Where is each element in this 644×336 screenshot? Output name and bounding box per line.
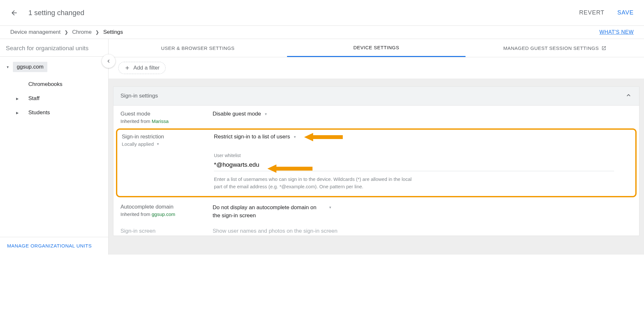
sidebar-collapse-button[interactable] [102, 54, 115, 68]
revert-button[interactable]: REVERT [579, 9, 605, 16]
setting-signin-screen: Sign-in screen Show user names and photo… [113, 223, 639, 236]
filter-row: Add a filter [109, 57, 644, 79]
search-ou-input[interactable]: Search for organizational units [0, 39, 108, 57]
svg-marker-1 [267, 164, 312, 173]
settings-area: Sign-in settings Guest mode Inherited fr… [109, 79, 644, 255]
chevron-up-icon[interactable] [625, 92, 632, 100]
tab-user-browser[interactable]: USER & BROWSER SETTINGS [109, 39, 287, 57]
add-filter-chip[interactable]: Add a filter [118, 62, 166, 74]
add-filter-label: Add a filter [133, 65, 159, 71]
highlight-signin-restriction: Sign-in restriction Locally applied ▼ Re… [116, 128, 637, 197]
tab-label: USER & BROWSER SETTINGS [161, 45, 235, 51]
setting-name: Sign-in restriction [122, 134, 204, 140]
signin-screen-dropdown[interactable]: Show user names and photos on the sign-i… [213, 228, 337, 234]
chevron-right-icon: ❯ [95, 30, 99, 35]
setting-inherit: Inherited from ggsup.com [120, 211, 203, 217]
guest-mode-dropdown[interactable]: Disable guest mode ▼ [213, 111, 267, 117]
dropdown-text: Show user names and photos on the sign-i… [213, 228, 337, 234]
whitelist-label: User whitelist [214, 153, 631, 158]
breadcrumb-chrome[interactable]: Chrome [72, 29, 91, 35]
setting-left: Sign-in screen [120, 228, 203, 236]
caret-down-icon: ▼ [293, 135, 296, 139]
caret-down-icon: ▼ [264, 112, 267, 116]
caret-right-icon: ▶ [15, 111, 19, 115]
tab-managed-guest[interactable]: MANAGED GUEST SESSION SETTINGS [466, 39, 644, 57]
chevron-left-icon [105, 58, 112, 64]
topbar-title: 1 setting changed [28, 9, 579, 17]
tab-label: MANAGED GUEST SESSION SETTINGS [503, 45, 599, 51]
caret-down-icon: ▼ [6, 65, 10, 69]
setting-left: Sign-in restriction Locally applied ▼ [122, 134, 204, 190]
setting-name: Autocomplete domain [120, 204, 203, 210]
back-arrow-icon[interactable] [10, 9, 18, 17]
locally-applied[interactable]: Locally applied ▼ [122, 141, 159, 147]
ou-tree: ▼ ggsup.com Chromebooks ▶ Staff ▶ Studen… [0, 57, 108, 237]
dropdown-text: Do not display an autocomplete domain on… [213, 204, 325, 219]
setting-inherit: Inherited from Marissa [120, 118, 203, 124]
setting-right: Restrict sign-in to a list of users ▼ Us… [214, 134, 631, 190]
ou-label: Staff [28, 95, 40, 102]
topbar-actions: REVERT SAVE [579, 9, 634, 16]
inherit-prefix: Inherited from [120, 118, 152, 124]
ou-label: Chromebooks [28, 81, 62, 88]
save-button[interactable]: SAVE [617, 9, 634, 16]
content: USER & BROWSER SETTINGS DEVICE SETTINGS … [109, 39, 644, 255]
caret-right-icon: ▶ [15, 97, 19, 100]
setting-autocomplete-domain: Autocomplete domain Inherited from ggsup… [113, 199, 639, 223]
ou-root[interactable]: ▼ ggsup.com [0, 59, 108, 75]
breadcrumb: Device management ❯ Chrome ❯ Settings [10, 29, 123, 35]
manage-ou-link[interactable]: MANAGE ORGANIZATIONAL UNITS [7, 243, 92, 248]
setting-left: Autocomplete domain Inherited from ggsup… [120, 204, 203, 219]
ou-label: Students [28, 109, 50, 116]
sidebar: Search for organizational units ▼ ggsup.… [0, 39, 109, 255]
caret-down-icon: ▼ [156, 142, 159, 146]
chevron-right-icon: ❯ [64, 30, 68, 35]
open-external-icon [601, 46, 606, 51]
setting-right: Do not display an autocomplete domain on… [213, 204, 632, 219]
annotation-arrow-icon [267, 163, 312, 174]
inherit-link[interactable]: Marissa [152, 118, 169, 124]
section-title: Sign-in settings [120, 93, 158, 99]
breadcrumb-device-mgmt[interactable]: Device management [10, 29, 61, 35]
inherit-link[interactable]: ggsup.com [152, 211, 175, 217]
setting-left: Guest mode Inherited from Marissa [120, 111, 203, 124]
ou-item-students[interactable]: ▶ Students [0, 107, 108, 118]
tabs: USER & BROWSER SETTINGS DEVICE SETTINGS … [109, 39, 644, 57]
section-header[interactable]: Sign-in settings [113, 87, 639, 106]
plus-icon [124, 65, 130, 71]
locally-applied-text: Locally applied [122, 141, 154, 147]
autocomplete-dropdown[interactable]: Do not display an autocomplete domain on… [213, 204, 632, 219]
main: Search for organizational units ▼ ggsup.… [0, 39, 644, 255]
breadcrumb-current: Settings [103, 29, 123, 35]
ou-item-staff[interactable]: ▶ Staff [0, 93, 108, 104]
svg-marker-0 [304, 133, 343, 141]
whitelist-help: Enter a list of usernames who can sign i… [214, 176, 420, 190]
whats-new-link[interactable]: WHAT'S NEW [600, 29, 634, 35]
tab-label: DEVICE SETTINGS [353, 45, 399, 50]
signin-restriction-dropdown[interactable]: Restrict sign-in to a list of users ▼ [214, 134, 296, 140]
dropdown-text: Restrict sign-in to a list of users [214, 134, 290, 140]
setting-right: Disable guest mode ▼ [213, 111, 632, 124]
setting-name: Guest mode [120, 111, 203, 117]
section-signin-settings: Sign-in settings Guest mode Inherited fr… [113, 86, 639, 236]
tab-device-settings[interactable]: DEVICE SETTINGS [287, 39, 466, 57]
setting-right: Show user names and photos on the sign-i… [213, 228, 632, 236]
ou-root-label: ggsup.com [13, 62, 47, 72]
annotation-arrow-icon [304, 132, 343, 143]
ou-item-chromebooks[interactable]: Chromebooks [0, 79, 108, 90]
caret-down-icon: ▼ [329, 206, 332, 209]
sidebar-footer: MANAGE ORGANIZATIONAL UNITS [0, 237, 108, 255]
setting-guest-mode: Guest mode Inherited from Marissa Disabl… [113, 106, 639, 127]
breadcrumb-bar: Device management ❯ Chrome ❯ Settings WH… [0, 26, 644, 39]
setting-name: Sign-in screen [120, 228, 203, 234]
inherit-prefix: Inherited from [120, 211, 152, 217]
top-bar: 1 setting changed REVERT SAVE [0, 0, 644, 26]
setting-signin-restriction: Sign-in restriction Locally applied ▼ Re… [122, 134, 631, 190]
dropdown-text: Disable guest mode [213, 111, 261, 117]
